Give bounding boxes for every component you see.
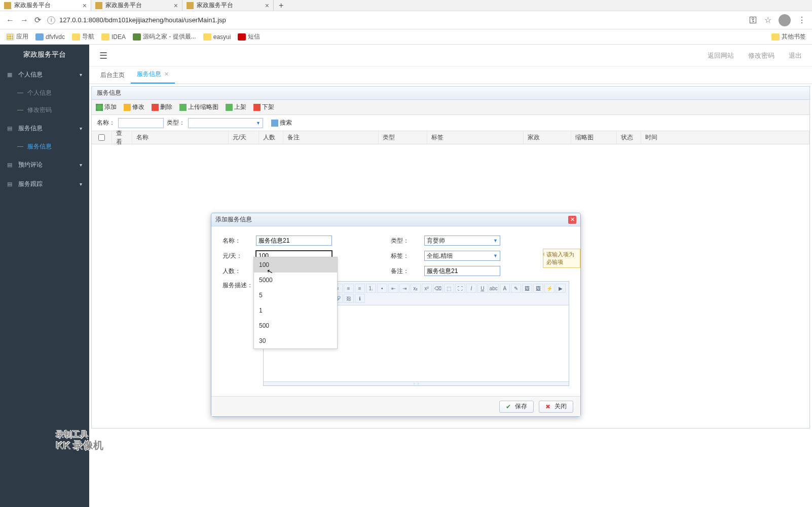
flash-icon[interactable]: ⚡ (544, 284, 555, 293)
outdent-icon[interactable]: ⇤ (388, 284, 398, 293)
menu-icon[interactable]: ⋮ (798, 15, 806, 25)
col-view[interactable]: 查看 (112, 131, 132, 144)
unordered-list-icon[interactable]: • (377, 284, 387, 293)
close-icon[interactable]: ✕ (164, 71, 169, 77)
col-thumb[interactable]: 缩略图 (571, 131, 617, 144)
sidebar-group-service[interactable]: ▤ 服务信息 ▾ (0, 119, 89, 138)
col-tag[interactable]: 标签 (427, 131, 524, 144)
superscript-icon[interactable]: x² (422, 284, 432, 293)
about-icon[interactable]: ℹ (355, 294, 365, 303)
fullscreen-icon[interactable]: ⛶ (455, 284, 465, 293)
profile-avatar[interactable] (779, 14, 791, 26)
disable-button[interactable]: 下架 (253, 103, 274, 111)
search-button[interactable]: 搜索 (271, 119, 292, 127)
close-button[interactable]: ✖关闭 (539, 401, 573, 413)
col-checkbox[interactable] (92, 131, 112, 144)
clear-format-icon[interactable]: ⌫ (433, 284, 443, 293)
sidebar-group-track[interactable]: ▤ 服务跟踪 ▾ (0, 174, 89, 193)
upload-thumb-button[interactable]: 上传缩略图 (179, 103, 218, 111)
btn-label: 搜索 (280, 119, 292, 127)
unlink-icon[interactable]: ⛓ (344, 294, 354, 303)
multi-image-icon[interactable]: 🖼 (533, 284, 543, 293)
subscript-icon[interactable]: x₂ (411, 284, 421, 293)
close-icon[interactable]: × (174, 2, 178, 10)
new-tab-button[interactable]: + (274, 0, 288, 11)
autocomplete-item[interactable]: 5000 (254, 272, 337, 288)
apps-button[interactable]: 应用 (6, 32, 28, 41)
close-icon[interactable]: × (83, 2, 87, 10)
save-button[interactable]: ✔保存 (499, 401, 534, 413)
image-icon[interactable]: 🖼 (522, 284, 532, 293)
autocomplete-item[interactable]: 1 (254, 303, 337, 318)
name-filter-input[interactable] (118, 118, 164, 128)
sidebar: 家政服务平台 ▦ 个人信息 ▾ —个人信息 —修改密码 ▤ 服务信息 ▾ —服务… (0, 45, 89, 507)
bookmark-item[interactable]: 短信 (238, 32, 260, 41)
col-status[interactable]: 状态 (617, 131, 641, 144)
autocomplete-item[interactable]: 30 (254, 333, 337, 348)
tab-service-info[interactable]: 服务信息✕ (131, 66, 175, 84)
forecolor-icon[interactable]: A (500, 284, 510, 293)
select-all-checkbox[interactable] (98, 134, 105, 141)
sidebar-group-personal[interactable]: ▦ 个人信息 ▾ (0, 65, 89, 84)
col-people[interactable]: 人数 (259, 131, 283, 144)
tag-combo[interactable]: 全能,精细▼ (424, 251, 500, 261)
strikethrough-icon[interactable]: abc (489, 284, 499, 293)
autocomplete-item[interactable]: 500 (254, 318, 337, 333)
dialog-close-icon[interactable]: ✕ (568, 216, 576, 224)
sidebar-item-service-info[interactable]: —服务信息 (0, 138, 89, 155)
link-return-site[interactable]: 返回网站 (708, 51, 734, 60)
browser-tab[interactable]: 家政服务平台 × (0, 0, 91, 11)
col-home[interactable]: 家政 (524, 131, 571, 144)
col-time[interactable]: 时间 (641, 131, 809, 144)
site-info-icon[interactable]: i (47, 16, 55, 24)
col-price[interactable]: 元/天 (229, 131, 259, 144)
align-right-icon[interactable]: ≡ (344, 284, 354, 293)
col-type[interactable]: 类型 (379, 131, 427, 144)
remark-label: 备注： (391, 267, 421, 276)
bookmark-item[interactable]: 导航 (72, 32, 94, 41)
sidebar-item-change-pwd[interactable]: —修改密码 (0, 101, 89, 119)
url-input[interactable]: i 127.0.0.1:8080/bdm101kejijiazheng/hout… (47, 16, 743, 24)
backcolor-icon[interactable]: ✎ (511, 284, 521, 293)
type-filter-combo[interactable]: ▼ (188, 118, 263, 128)
forward-button[interactable]: → (20, 16, 28, 25)
autocomplete-item[interactable]: 100 (254, 257, 337, 272)
edit-button[interactable]: 修改 (124, 103, 144, 111)
reload-button[interactable]: ⟳ (34, 15, 41, 25)
underline-icon[interactable]: U (477, 284, 488, 293)
ordered-list-icon[interactable]: 1. (366, 284, 376, 293)
type-combo[interactable]: 育婴师▼ (424, 236, 500, 246)
other-bookmarks[interactable]: 其他书签 (771, 32, 806, 41)
close-icon[interactable]: × (265, 2, 269, 10)
sidebar-item-personal-info[interactable]: —个人信息 (0, 84, 89, 101)
bookmark-item[interactable]: dfvfvdc (35, 33, 65, 41)
browser-tab[interactable]: 家政服务平台 × (91, 0, 182, 11)
sidebar-group-reserve[interactable]: ▤ 预约评论 ▾ (0, 155, 89, 174)
bookmark-item[interactable]: 源码之家 - 提供最... (133, 32, 196, 41)
menu-toggle-icon[interactable]: ☰ (99, 50, 107, 61)
indent-icon[interactable]: ⇥ (399, 284, 410, 293)
bookmark-item[interactable]: IDEA (101, 33, 126, 41)
add-button[interactable]: 添加 (96, 103, 117, 111)
remark-input[interactable] (424, 266, 500, 276)
tab-home[interactable]: 后台主页 (94, 67, 131, 84)
dialog-titlebar[interactable]: 添加服务信息 ✕ (211, 213, 580, 226)
bookmark-item[interactable]: easyui (203, 33, 231, 41)
name-input[interactable] (256, 236, 332, 246)
link-logout[interactable]: 退出 (789, 51, 802, 60)
col-name[interactable]: 名称 (132, 131, 229, 144)
delete-button[interactable]: 删除 (152, 103, 172, 111)
col-remark[interactable]: 备注 (283, 131, 379, 144)
link-change-pwd[interactable]: 修改密码 (748, 51, 774, 60)
star-icon[interactable]: ☆ (764, 15, 771, 25)
enable-button[interactable]: 上架 (226, 103, 246, 111)
select-all-icon[interactable]: ⬚ (444, 284, 454, 293)
key-icon[interactable]: ⚿ (749, 16, 757, 25)
editor-resize-handle[interactable]: ⋮⋮ (264, 381, 569, 385)
browser-tab[interactable]: 家政服务平台 × (182, 0, 274, 11)
back-button[interactable]: ← (6, 16, 14, 25)
align-justify-icon[interactable]: ≡ (355, 284, 365, 293)
italic-icon[interactable]: I (466, 284, 476, 293)
media-icon[interactable]: ▶ (556, 284, 566, 293)
autocomplete-item[interactable]: 5 (254, 288, 337, 303)
